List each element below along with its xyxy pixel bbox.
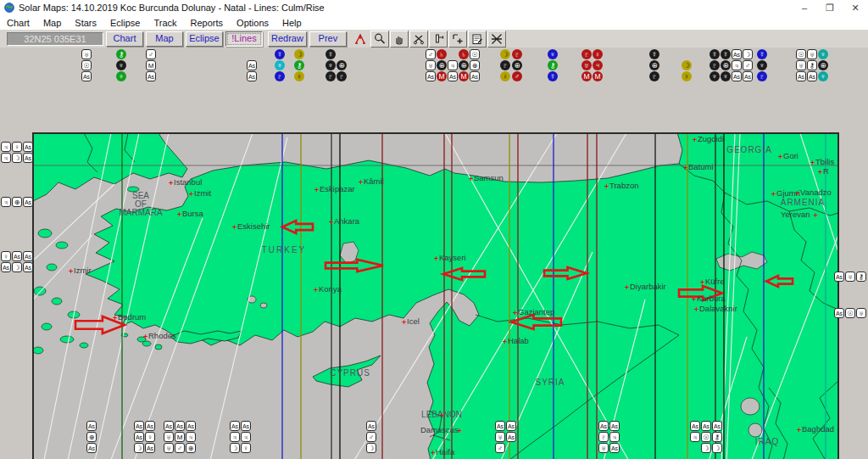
- city-marker-plus: +: [503, 338, 507, 346]
- planet-badge-As: As: [86, 443, 97, 453]
- planet-badge-As: As: [12, 251, 22, 261]
- planet-badge-♃: ♃: [1, 142, 11, 152]
- planet-circle-☽: ☽: [500, 49, 510, 59]
- planet-badge-♅: ♅: [807, 49, 817, 59]
- city-label: Izmit: [194, 188, 211, 198]
- menu-track[interactable]: Track: [147, 17, 183, 29]
- marker-column: As♃As: [609, 421, 620, 453]
- locate-tool-icon[interactable]: [448, 31, 467, 48]
- line-marker-group: As♇♅As♃As: [598, 421, 620, 453]
- city-label: Batumi: [688, 162, 714, 171]
- menu-reports[interactable]: Reports: [184, 17, 231, 29]
- city-marker-plus: +: [189, 190, 193, 199]
- planet-badge-⚷: ⚷: [856, 271, 866, 282]
- planet-badge-⊕: ⊕: [86, 432, 97, 442]
- toolbar-buttons: ChartMapEclipse!LinesRedrawPrev: [103, 31, 347, 47]
- window-controls: – ❐ ✕: [792, 0, 868, 15]
- planet-circle-♆: ♆: [757, 60, 767, 70]
- menu-options[interactable]: Options: [230, 17, 275, 29]
- planet-badge-♂: ♂: [495, 443, 505, 453]
- planet-circle-☿: ☿: [548, 71, 558, 81]
- planet-badge-As: As: [164, 421, 174, 431]
- menu-help[interactable]: Help: [275, 17, 309, 29]
- planet-badge-As: As: [796, 71, 806, 81]
- planet-badge-As: As: [146, 71, 156, 81]
- planet-badge-As: As: [23, 251, 33, 261]
- line-marker-group: ☿⊕♇: [649, 49, 659, 81]
- planet-circle-☿: ☿: [275, 49, 285, 59]
- redraw-button[interactable]: Redraw: [268, 31, 307, 47]
- planet-badge-As: As: [506, 421, 516, 431]
- planet-circle-M: M: [581, 71, 592, 81]
- clamp-tool-icon[interactable]: [429, 31, 448, 48]
- planet-badge-♂: ♂: [743, 60, 753, 70]
- marker-column: ☽♂As: [743, 49, 753, 81]
- city-label: Eskipazar: [320, 184, 355, 193]
- toolbar-icon-buttons: [350, 31, 506, 48]
- planet-badge-☽: ☽: [701, 443, 711, 453]
- astro-map[interactable]: Istanbul+Izmit+Bursa+Eskisehir+Izmir+Bod…: [32, 132, 839, 459]
- compass-tool-icon[interactable]: [351, 31, 370, 48]
- city-marker-plus: +: [431, 449, 435, 457]
- lake: [741, 398, 760, 415]
- line-marker-group: ☿♆♇: [275, 49, 285, 81]
- app-globe-icon: [4, 3, 14, 13]
- planet-badge-♅: ♅: [426, 60, 436, 70]
- marker-column: ☿♇♆: [709, 49, 720, 81]
- planet-badge-☉: ☉: [470, 49, 480, 59]
- planet-circle-♇: ♇: [326, 71, 336, 81]
- minimize-button[interactable]: –: [792, 0, 817, 15]
- lines-button[interactable]: !Lines: [225, 31, 263, 47]
- planet-circle-M: M: [593, 71, 603, 81]
- marker-column: As⚷☽: [712, 421, 722, 453]
- planet-badge-As: As: [732, 49, 742, 59]
- pan-tool-icon[interactable]: [390, 31, 409, 48]
- city-label: Dalavaknir: [699, 304, 737, 313]
- planet-badge-⚷: ⚷: [712, 432, 722, 442]
- menu-chart[interactable]: Chart: [0, 17, 36, 29]
- zoom-tool-icon[interactable]: [370, 31, 389, 48]
- line-marker-group: As⊕As: [86, 421, 97, 453]
- planet-circle-♄: ♄: [437, 49, 447, 59]
- cross-tool-icon[interactable]: [487, 31, 506, 48]
- coordinates-readout: 32N25 035E31: [7, 32, 103, 46]
- restore-button[interactable]: ❐: [817, 0, 843, 15]
- planet-badge-As: As: [609, 421, 620, 431]
- planet-badge-As: As: [712, 421, 722, 431]
- edge-marker-row: ♃☽As: [1, 153, 33, 163]
- menu-stars[interactable]: Stars: [68, 17, 103, 29]
- region-label: GEORGIA: [726, 145, 772, 154]
- notes-tool-icon[interactable]: [468, 31, 487, 48]
- toolbar: 32N25 035E31 ChartMapEclipse!LinesRedraw…: [0, 30, 868, 48]
- planet-badge-♀: ♀: [241, 443, 251, 453]
- close-button[interactable]: ✕: [843, 0, 868, 15]
- planet-badge-As: As: [448, 71, 458, 81]
- planet-circle-♇: ♇: [757, 71, 767, 81]
- city-label: Diyarbakir: [630, 282, 666, 291]
- menu-map[interactable]: Map: [36, 17, 68, 29]
- planet-badge-♀: ♀: [12, 142, 22, 152]
- map-button[interactable]: Map: [146, 31, 183, 47]
- marker-column: ♇⊕♂: [512, 49, 522, 81]
- planet-badge-♅: ♅: [845, 271, 855, 282]
- city-label: Baghdad: [802, 424, 834, 434]
- city-marker-plus: +: [434, 255, 438, 263]
- planet-badge-♃: ♃: [1, 197, 11, 207]
- planet-circle-♇: ♇: [512, 49, 522, 59]
- planet-circle-♃: ♃: [593, 60, 603, 70]
- marker-column: AsAs: [506, 421, 516, 453]
- cut-tool-icon[interactable]: [409, 31, 428, 48]
- eclipse-button[interactable]: Eclipse: [186, 31, 223, 47]
- menu-eclipse[interactable]: Eclipse: [103, 17, 147, 29]
- region-label: IRAQ: [755, 437, 779, 446]
- prev-button[interactable]: Prev: [309, 31, 347, 47]
- marker-column: ☿♆♇: [757, 49, 767, 81]
- marker-column: ♄⊕M: [459, 49, 469, 81]
- edge-marker-row: As♅⚷: [834, 271, 866, 282]
- planet-circle-♄: ♄: [459, 49, 469, 59]
- city-marker-plus: +: [813, 211, 817, 220]
- planet-circle-⊕: ⊕: [437, 60, 447, 70]
- city-marker-plus: +: [818, 168, 822, 176]
- chart-button[interactable]: Chart: [106, 31, 143, 47]
- planet-badge-♅: ♅: [856, 308, 866, 318]
